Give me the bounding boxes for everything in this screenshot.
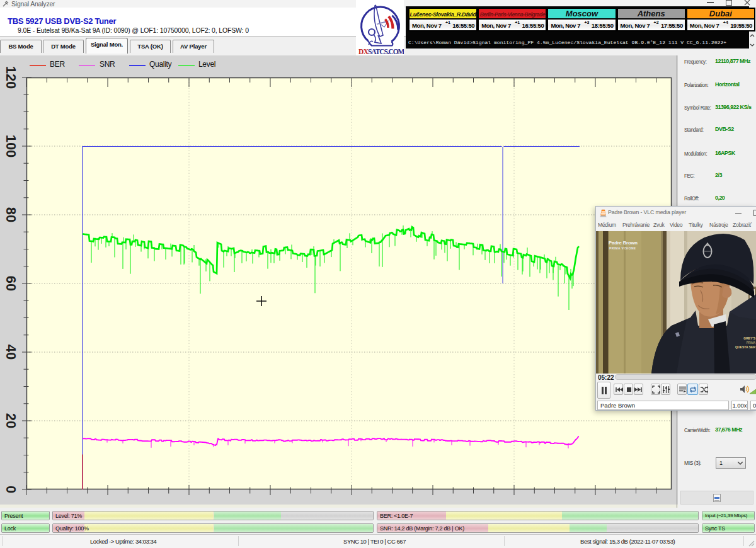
svg-text:0: 0 bbox=[3, 486, 19, 493]
svg-text:SATCS.COM: SATCS.COM bbox=[368, 48, 404, 55]
svg-text:60: 60 bbox=[3, 276, 19, 291]
svg-text:Padre Brown: Padre Brown bbox=[609, 240, 638, 246]
svg-text:PRIMA: PRIMA bbox=[747, 341, 755, 345]
svg-text:80: 80 bbox=[3, 207, 19, 222]
svg-text:40: 40 bbox=[3, 345, 19, 360]
svg-text:GREY'S: GREY'S bbox=[743, 336, 755, 340]
svg-text:20: 20 bbox=[3, 413, 19, 428]
svg-text:PRIMA VISIONE: PRIMA VISIONE bbox=[609, 247, 636, 250]
svg-text:100: 100 bbox=[3, 135, 19, 158]
svg-text:QUESTA SER: QUESTA SER bbox=[735, 345, 755, 349]
